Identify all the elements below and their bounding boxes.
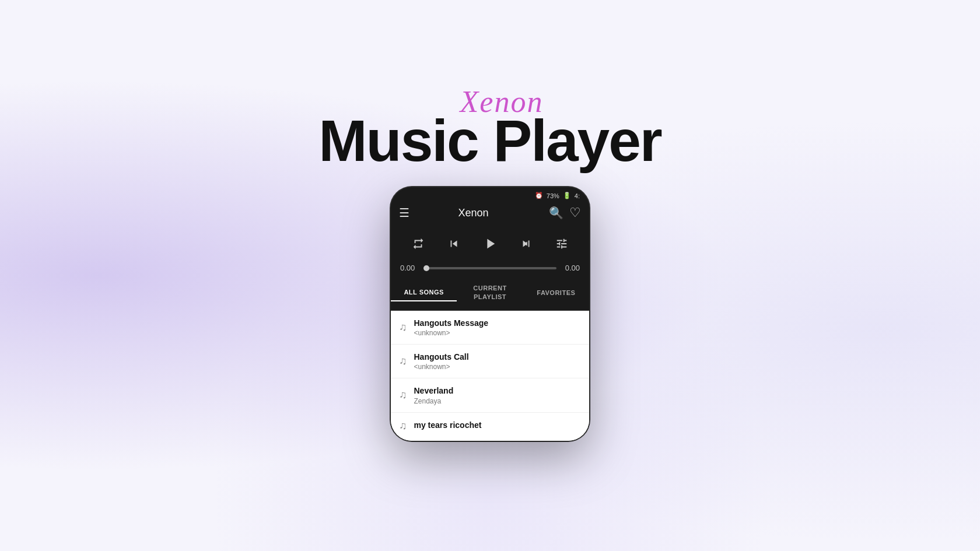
music-player-label: Music Player: [318, 111, 661, 170]
nav-title: Xenon: [415, 207, 531, 219]
song-title-1: Hangouts Message: [414, 318, 582, 328]
song-title-2: Hangouts Call: [414, 352, 582, 362]
status-bar: ⏰ 73% 🔋 4:: [391, 187, 589, 202]
next-button[interactable]: [514, 232, 538, 255]
battery-percent: 73%: [547, 192, 559, 199]
nav-bar: ☰ Xenon 🔍 ♡: [391, 202, 589, 226]
progress-dot: [424, 265, 429, 271]
app-title-area: Xenon Music Player: [318, 87, 661, 170]
song-artist-2: <unknown>: [414, 363, 582, 371]
song-artist-3: Zendaya: [414, 397, 582, 405]
alarm-icon: ⏰: [535, 192, 543, 199]
overflow-icon[interactable]: ♡: [569, 205, 581, 220]
current-time: 0.00: [400, 264, 418, 272]
song-artist-1: <unknown>: [414, 329, 582, 337]
progress-area: 0.00 0.00: [391, 261, 589, 279]
song-title-4: my tears ricochet: [414, 420, 582, 430]
song-list: ♫ Hangouts Message <unknown> ♫ Hangouts …: [391, 311, 589, 441]
music-note-icon-4: ♫: [399, 420, 407, 432]
music-note-icon-1: ♫: [399, 321, 407, 334]
music-note-icon-2: ♫: [399, 355, 407, 367]
tab-all-songs[interactable]: ALL SONGS: [391, 284, 457, 301]
phone-mockup: ⏰ 73% 🔋 4: ☰ Xenon 🔍 ♡: [391, 187, 589, 440]
song-title-3: Neverland: [414, 385, 582, 396]
page-content: Xenon Music Player ⏰ 73% 🔋 4: ☰ Xenon 🔍 …: [318, 87, 661, 440]
song-info-2: Hangouts Call <unknown>: [414, 352, 582, 371]
play-button[interactable]: [478, 232, 502, 255]
search-icon[interactable]: 🔍: [549, 206, 564, 220]
song-info-3: Neverland Zendaya: [414, 385, 582, 405]
player-controls: [391, 226, 589, 261]
song-item-my-tears-ricochet[interactable]: ♫ my tears ricochet: [391, 413, 589, 441]
tabs: ALL SONGS CURRENTPLAYLIST FAVORITES: [391, 279, 589, 311]
menu-icon[interactable]: ☰: [399, 206, 410, 220]
song-info-1: Hangouts Message <unknown>: [414, 318, 582, 337]
music-note-icon-3: ♫: [399, 389, 407, 401]
song-item-neverland[interactable]: ♫ Neverland Zendaya: [391, 378, 589, 412]
song-item-hangouts-call[interactable]: ♫ Hangouts Call <unknown>: [391, 345, 589, 378]
prev-button[interactable]: [442, 232, 466, 255]
equalizer-button[interactable]: [550, 232, 573, 255]
total-time: 0.00: [562, 264, 580, 272]
battery-icon: 🔋: [563, 192, 571, 199]
repeat-button[interactable]: [407, 232, 430, 255]
tab-favorites[interactable]: FAVORITES: [523, 285, 589, 301]
song-item-hangouts-message[interactable]: ♫ Hangouts Message <unknown>: [391, 311, 589, 345]
tab-current-playlist[interactable]: CURRENTPLAYLIST: [457, 279, 523, 306]
progress-bar[interactable]: [424, 267, 556, 269]
song-info-4: my tears ricochet: [414, 420, 582, 430]
signal-text: 4:: [575, 192, 580, 199]
